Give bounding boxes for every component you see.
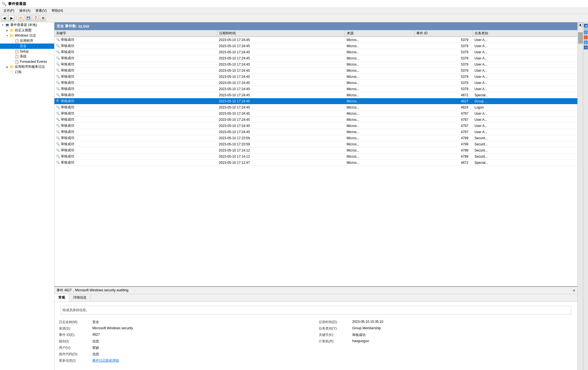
folder-icon-custom: 📁 xyxy=(9,28,14,33)
tree-item-app[interactable]: ▷ 📋 应用程序 xyxy=(0,38,54,44)
table-row[interactable]: 🔍审核成功2023-05-10 17:23:59Micros...4799Sec… xyxy=(54,141,577,147)
tree-item-windows-logs[interactable]: ▼ 📁 Windows 日志 xyxy=(0,33,54,38)
cell-datetime: 2023-05-10 17:23:59 xyxy=(217,135,345,141)
table-row[interactable]: 🔍审核成功2023-05-10 17:24:45Micros...5379Use… xyxy=(54,80,577,86)
back-button[interactable]: ◀ xyxy=(1,15,7,21)
field-moreinfo: 更多信息(I): 事件日志联机帮助 xyxy=(59,357,313,364)
cell-keyword: 🔍审核成功 xyxy=(54,141,217,147)
tree-label-forwarded: Forwarded Events xyxy=(20,60,47,64)
detail-close-button[interactable]: × xyxy=(573,288,575,293)
table-row[interactable]: 🔍审核成功2023-05-10 17:14:12Micros...4799Sec… xyxy=(54,147,577,153)
tree-label-security: 安全 xyxy=(20,44,27,49)
cell-task: User A... xyxy=(473,86,577,92)
cell-task: Securit... xyxy=(473,147,577,153)
cell-eventid: 4799 xyxy=(415,147,473,153)
cell-keyword: 🔍审核成功 xyxy=(54,86,217,92)
menu-view[interactable]: 查看(V) xyxy=(33,8,49,13)
open-button[interactable]: 📂 xyxy=(18,15,24,21)
save-button[interactable]: 💾 xyxy=(25,15,32,21)
cell-task: Special... xyxy=(473,160,577,166)
cell-task: User A... xyxy=(473,80,577,86)
action-btn-2[interactable]: ▪ xyxy=(584,30,588,34)
cell-keyword: 🔍审核成功 xyxy=(54,123,217,129)
cell-keyword: 🔍审核成功 xyxy=(54,117,217,123)
forward-button[interactable]: ▶ xyxy=(8,15,15,21)
action-btn-4[interactable]: ▸ xyxy=(584,40,588,44)
cell-datetime: 2023-05-10 17:14:12 xyxy=(217,153,345,160)
cell-keyword: 🔍审核成功 xyxy=(54,68,217,74)
table-row[interactable]: 🔍审核成功2023-05-10 17:24:45Micros...5379Use… xyxy=(54,55,577,61)
cell-task: Securit... xyxy=(473,141,577,147)
table-scrollbar[interactable]: ▲ xyxy=(577,22,583,370)
tree-expand-root: ▼ xyxy=(1,23,5,27)
tab-general[interactable]: 常规 xyxy=(54,294,69,302)
table-row[interactable]: 🔍审核成功2023-05-10 17:24:45Micros...4797Use… xyxy=(54,129,577,135)
table-header: 关键字 日期和时间 来源 事件 ID 任务类别 xyxy=(54,30,577,37)
menu-file[interactable]: 文件(F) xyxy=(1,8,16,13)
field-level-value: 信息 xyxy=(92,339,99,344)
scroll-up-button[interactable]: ▲ xyxy=(578,22,583,27)
table-row[interactable]: 🔍审核成功2023-05-10 17:24:45Micros...4624Log… xyxy=(54,104,577,110)
cell-source: Micros... xyxy=(345,86,415,92)
field-source-value: Microsoft Windows security xyxy=(92,326,133,330)
cell-task: User A... xyxy=(473,117,577,123)
cell-eventid: 4624 xyxy=(415,104,473,110)
scrollbar-thumb[interactable] xyxy=(578,32,583,44)
tab-details[interactable]: 详细信息 xyxy=(69,294,91,302)
table-row[interactable]: 🔍审核成功2023-05-10 17:12:47Micros...4672Spe… xyxy=(54,160,577,166)
tree-item-system[interactable]: ▷ 📋 系统 xyxy=(0,54,54,59)
table-row[interactable]: 🔍审核成功2023-05-10 17:24:45Micros...4797Use… xyxy=(54,117,577,123)
table-row[interactable]: 🔍审核成功2023-05-10 17:24:45Micros...5379Use… xyxy=(54,68,577,74)
new-button[interactable]: ⊞ xyxy=(40,15,46,21)
tree-item-subscription[interactable]: ▷ 📄 订阅 xyxy=(0,69,54,75)
field-user: 用户(U): 暂缺 xyxy=(59,345,313,351)
cell-keyword: 🔍审核成功 xyxy=(54,147,217,153)
tree-item-setup[interactable]: ▷ 📋 Setup xyxy=(0,49,54,54)
tree-label-appsvc: 应用程序和服务日志 xyxy=(15,64,45,69)
table-row[interactable]: 🔍审核成功2023-05-10 17:23:59Micros...4799Sec… xyxy=(54,135,577,141)
cell-source: Micros... xyxy=(345,135,415,141)
cell-datetime: 2023-05-10 17:24:45 xyxy=(217,110,345,117)
tree-item-root[interactable]: ▼ 💻 事件查看器 (本地) xyxy=(0,22,54,28)
field-computer-value: haoguoguo xyxy=(352,339,369,343)
menu-help[interactable]: 帮助(H) xyxy=(49,8,65,13)
col-header-eventid[interactable]: 事件 ID xyxy=(415,30,473,37)
tree-item-custom[interactable]: ▶ 📁 自定义视图 xyxy=(0,28,54,33)
tree-item-appsvc[interactable]: ▶ 📁 应用程序和服务日志 xyxy=(0,64,54,69)
table-row[interactable]: 🔍审核成功2023-05-10 17:24:45Micros...5379Use… xyxy=(54,43,577,49)
action-btn-3[interactable]: ▪ xyxy=(584,35,588,39)
table-row[interactable]: 🔍审核成功2023-05-10 17:24:45Micros...4672Spe… xyxy=(54,92,577,98)
table-row[interactable]: 🔍审核成功2023-05-10 17:24:45Micros...5379Use… xyxy=(54,49,577,55)
cell-task: Securit... xyxy=(473,135,577,141)
col-header-datetime[interactable]: 日期和时间 xyxy=(217,30,345,37)
table-row[interactable]: 🔍审核成功2023-05-10 17:24:45Micros...5379Use… xyxy=(54,37,577,43)
action-btn-5[interactable]: ◂ xyxy=(584,45,588,49)
tree-panel: ▼ 💻 事件查看器 (本地) ▶ 📁 自定义视图 ▼ 📁 Windows 日志 … xyxy=(0,22,54,370)
tree-item-forwarded[interactable]: ▷ 📋 Forwarded Events xyxy=(0,59,54,64)
field-user-label: 用户(U): xyxy=(59,345,92,350)
cell-datetime: 2023-05-10 17:24:45 xyxy=(217,68,345,74)
action-btn-1[interactable]: ◀ xyxy=(584,24,588,28)
computer-icon: 💻 xyxy=(5,23,9,27)
tree-item-security[interactable]: ▷ 🛡 安全 xyxy=(0,44,54,49)
col-header-task[interactable]: 任务类别 xyxy=(473,30,577,37)
cell-datetime: 2023-05-10 17:24:45 xyxy=(217,117,345,123)
cell-eventid: 4672 xyxy=(415,160,473,166)
table-row[interactable]: 🔍审核成功2023-05-10 17:14:12Micros...4799Sec… xyxy=(54,153,577,160)
menu-action[interactable]: 操作(A) xyxy=(17,8,33,13)
col-header-source[interactable]: 来源 xyxy=(345,30,415,37)
detail-fields: 日志名称(M): 安全 来源(S): Microsoft Windows sec… xyxy=(59,319,573,364)
table-row[interactable]: 🔍审核成功2023-05-10 17:24:45Micros...4797Use… xyxy=(54,110,577,117)
cell-task: User A... xyxy=(473,49,577,55)
col-header-keyword[interactable]: 关键字 xyxy=(54,30,217,37)
log-title: 安全 xyxy=(57,24,64,29)
cell-eventid: 5379 xyxy=(415,68,473,74)
table-row[interactable]: 🔍审核成功2023-05-10 17:24:45Micros...5379Use… xyxy=(54,61,577,68)
table-row[interactable]: 🔍审核成功2023-05-10 17:24:45Micros...5379Use… xyxy=(54,86,577,92)
help-button[interactable]: ❓ xyxy=(33,15,39,21)
cell-source: Micros... xyxy=(345,160,415,166)
table-row[interactable]: 🔍审核成功2023-05-10 17:24:45Micros...5379Use… xyxy=(54,74,577,80)
table-row[interactable]: 🔍审核成功2023-05-10 17:24:45Micros...4627Gro… xyxy=(54,98,577,104)
table-row[interactable]: 🔍审核成功2023-05-10 17:24:45Micros...4797Use… xyxy=(54,123,577,129)
field-moreinfo-link[interactable]: 事件日志联机帮助 xyxy=(92,358,119,363)
